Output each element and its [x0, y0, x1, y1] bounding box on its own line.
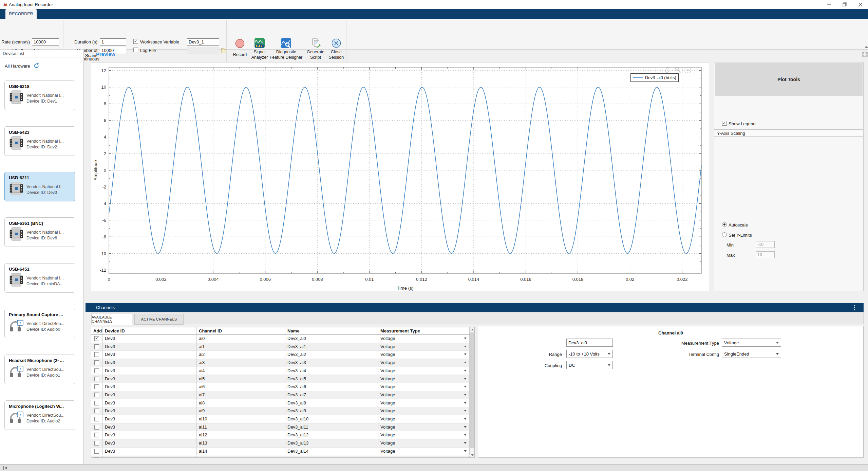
- device-card[interactable]: USB-6361 (BNC) Vendor: National I...Devi…: [4, 217, 75, 247]
- table-scrollbar[interactable]: [470, 327, 474, 457]
- table-row[interactable]: ✓Dev3ai4Dev3_ai4Voltage: [91, 367, 470, 375]
- cell-measurement-type[interactable]: Voltage: [378, 367, 470, 375]
- cell-measurement-type[interactable]: Voltage: [378, 383, 470, 391]
- table-row[interactable]: ✓Dev3ai12Dev3_ai12Voltage: [91, 431, 470, 439]
- device-card[interactable]: USB-6211 Vendor: National I...Device ID:…: [4, 172, 75, 201]
- scrollbar-thumb[interactable]: [470, 332, 474, 448]
- expand-panel-icon[interactable]: [862, 52, 868, 57]
- cell-measurement-type[interactable]: Voltage: [378, 351, 470, 359]
- diagnostic-feature-designer-icon[interactable]: [281, 38, 291, 48]
- channel-name-input[interactable]: [566, 339, 613, 347]
- table-row[interactable]: ✓Dev3ai5Dev3_ai5Voltage: [91, 375, 470, 383]
- cell-measurement-type[interactable]: Voltage: [378, 415, 470, 423]
- close-session-button[interactable]: Close Session: [324, 49, 348, 60]
- add-channel-checkbox[interactable]: ✓: [94, 417, 99, 421]
- table-row[interactable]: ✓Dev3ai8Dev3_ai8Voltage: [91, 399, 470, 407]
- tab-active-channels[interactable]: ACTIVE CHANNELS: [134, 314, 184, 325]
- table-row[interactable]: ✓Dev3ai11Dev3_ai11Voltage: [91, 423, 470, 432]
- plot-legend[interactable]: Dev3_ai0 (Volts): [630, 73, 679, 82]
- y-axis-scaling-section[interactable]: Y-Axis Scaling: [714, 129, 863, 137]
- generate-script-button[interactable]: Generate Script: [304, 49, 327, 60]
- collapse-ribbon-icon[interactable]: [864, 46, 868, 48]
- table-row[interactable]: ✓Dev3ai0Dev3_ai0Voltage: [91, 335, 470, 343]
- measurement-type-select[interactable]: Voltage: [722, 339, 781, 347]
- tab-recorder[interactable]: RECORDER: [5, 9, 37, 19]
- preview-plot[interactable]: 00.0020.0040.0060.0080.010.0120.0140.016…: [91, 62, 709, 291]
- column-header[interactable]: Name: [285, 327, 378, 334]
- browse-folder-icon[interactable]: [221, 47, 228, 54]
- generate-script-icon[interactable]: [311, 38, 321, 48]
- restore-view-icon[interactable]: [684, 67, 691, 73]
- add-channel-checkbox[interactable]: ✓: [94, 425, 99, 430]
- add-channel-checkbox[interactable]: ✓: [94, 449, 99, 454]
- duration-input[interactable]: [100, 38, 126, 46]
- table-row[interactable]: ✓Dev3ai3Dev3_ai3Voltage: [91, 359, 470, 367]
- cell-measurement-type[interactable]: Voltage: [378, 359, 470, 367]
- cell-measurement-type[interactable]: Voltage: [378, 343, 470, 351]
- workspace-variable-checkbox[interactable]: ✓: [133, 39, 138, 44]
- minimize-button[interactable]: [821, 0, 837, 9]
- cell-measurement-type[interactable]: Voltage: [378, 391, 470, 399]
- add-channel-checkbox[interactable]: ✓: [94, 393, 99, 397]
- range-select[interactable]: -10 to +10 Volts: [566, 350, 613, 358]
- column-header[interactable]: Channel ID: [197, 327, 285, 334]
- device-card[interactable]: Primary Sound Capture ... ♪Vendor: Direc…: [4, 309, 75, 338]
- device-card[interactable]: Microphone (Logitech W... ♪Vendor: Direc…: [4, 400, 75, 430]
- add-channel-checkbox[interactable]: ✓: [94, 384, 99, 389]
- diagnostic-feature-designer-button[interactable]: Diagnostic Feature Designer: [267, 49, 305, 60]
- record-icon[interactable]: [235, 39, 245, 48]
- table-row[interactable]: ✓Dev3ai10Dev3_ai10Voltage: [91, 415, 470, 423]
- add-channel-checkbox[interactable]: ✓: [94, 433, 99, 437]
- cell-measurement-type[interactable]: Voltage: [378, 431, 470, 439]
- tab-available-channels[interactable]: AVAILABLE CHANNELS: [91, 314, 132, 325]
- add-channel-checkbox[interactable]: ✓: [94, 457, 99, 458]
- terminal-config-select[interactable]: SingleEnded: [722, 350, 781, 358]
- rate-input[interactable]: [32, 38, 59, 46]
- close-session-icon[interactable]: [331, 38, 341, 48]
- restore-button[interactable]: [837, 0, 852, 9]
- add-channel-checkbox[interactable]: ✓: [94, 360, 99, 365]
- table-row[interactable]: ✓Dev3ai6Dev3_ai6Voltage: [91, 383, 470, 391]
- cell-measurement-type[interactable]: Voltage: [378, 448, 470, 455]
- device-card[interactable]: Headset Microphone (2- ... ♪Vendor: Dire…: [4, 355, 75, 384]
- cell-measurement-type[interactable]: Voltage: [378, 399, 470, 407]
- table-row[interactable]: ✓Dev3ai13Dev3_ai13Voltage: [91, 439, 470, 448]
- table-row[interactable]: ✓Dev3ai9Dev3_ai9Voltage: [91, 407, 470, 415]
- add-channel-checkbox[interactable]: ✓: [94, 344, 99, 349]
- collapse-panel-icon[interactable]: [3, 466, 8, 470]
- add-channel-checkbox[interactable]: ✓: [94, 368, 99, 373]
- table-row[interactable]: ✓Dev3ai7Dev3_ai7Voltage: [91, 391, 470, 399]
- table-row[interactable]: ✓Dev3ai1Dev3_ai1Voltage: [91, 343, 470, 351]
- add-channel-checkbox[interactable]: ✓: [94, 441, 99, 446]
- table-row[interactable]: ✓Dev3ai15Dev3_ai15Voltage: [91, 456, 470, 458]
- add-channel-checkbox[interactable]: ✓: [94, 377, 99, 381]
- cell-measurement-type[interactable]: Voltage: [378, 335, 470, 343]
- signal-analyzer-icon[interactable]: [254, 38, 265, 48]
- table-row[interactable]: ✓Dev3ai2Dev3_ai2Voltage: [91, 351, 470, 359]
- add-channel-checkbox[interactable]: ✓: [94, 336, 99, 341]
- cell-measurement-type[interactable]: Voltage: [378, 423, 470, 431]
- cell-measurement-type[interactable]: Voltage: [378, 456, 470, 458]
- coupling-select[interactable]: DC: [566, 361, 613, 369]
- device-card[interactable]: USB-6451 Vendor: National I...Device ID:…: [4, 263, 75, 293]
- device-card[interactable]: USB-6218 Vendor: National I...Device ID:…: [4, 80, 75, 110]
- zoom-in-icon[interactable]: [674, 67, 681, 73]
- autoscale-radio[interactable]: [722, 222, 727, 227]
- log-file-checkbox[interactable]: ✓: [133, 48, 138, 52]
- close-window-button[interactable]: [852, 0, 868, 9]
- column-header[interactable]: Device ID: [103, 327, 197, 334]
- set-ylimits-radio[interactable]: [722, 232, 727, 237]
- channels-menu-icon[interactable]: [854, 305, 855, 311]
- column-header[interactable]: Measurement Type: [378, 327, 470, 334]
- show-legend-checkbox[interactable]: ✓: [722, 121, 727, 126]
- column-header[interactable]: Add: [91, 327, 103, 334]
- cell-measurement-type[interactable]: Voltage: [378, 375, 470, 383]
- add-channel-checkbox[interactable]: ✓: [94, 409, 99, 413]
- table-row[interactable]: ✓Dev3ai14Dev3_ai14Voltage: [91, 448, 470, 456]
- workspace-variable-input[interactable]: [187, 38, 219, 46]
- pan-icon[interactable]: [664, 67, 671, 73]
- add-channel-checkbox[interactable]: ✓: [94, 401, 99, 405]
- refresh-icon[interactable]: [34, 63, 39, 69]
- add-channel-checkbox[interactable]: ✓: [94, 352, 99, 357]
- cell-measurement-type[interactable]: Voltage: [378, 439, 470, 447]
